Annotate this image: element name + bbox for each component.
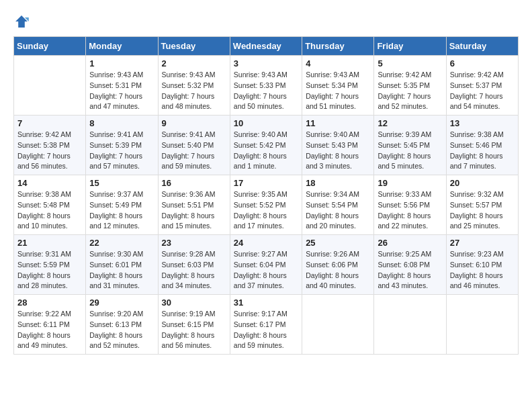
day-number: 10 [234, 118, 298, 128]
calendar-cell: 26Sunrise: 9:25 AMSunset: 6:08 PMDayligh… [374, 235, 446, 295]
day-info: Sunrise: 9:40 AMSunset: 5:43 PMDaylight:… [306, 130, 370, 172]
calendar-cell: 20Sunrise: 9:32 AMSunset: 5:57 PMDayligh… [446, 175, 518, 235]
calendar-week-row: 14Sunrise: 9:38 AMSunset: 5:48 PMDayligh… [14, 175, 519, 235]
day-number: 16 [162, 178, 226, 188]
calendar-cell: 16Sunrise: 9:36 AMSunset: 5:51 PMDayligh… [158, 175, 230, 235]
calendar-cell: 2Sunrise: 9:43 AMSunset: 5:32 PMDaylight… [158, 56, 230, 116]
calendar-cell: 18Sunrise: 9:34 AMSunset: 5:54 PMDayligh… [302, 175, 374, 235]
calendar-cell: 28Sunrise: 9:22 AMSunset: 6:11 PMDayligh… [14, 295, 86, 355]
calendar-cell: 5Sunrise: 9:42 AMSunset: 5:35 PMDaylight… [374, 56, 446, 116]
day-info: Sunrise: 9:19 AMSunset: 6:15 PMDaylight:… [162, 309, 226, 351]
calendar-cell [302, 295, 374, 355]
day-number: 5 [378, 58, 442, 68]
calendar-cell: 7Sunrise: 9:42 AMSunset: 5:38 PMDaylight… [14, 116, 86, 175]
day-info: Sunrise: 9:33 AMSunset: 5:56 PMDaylight:… [378, 189, 442, 232]
calendar-cell: 29Sunrise: 9:20 AMSunset: 6:13 PMDayligh… [86, 295, 158, 355]
calendar-cell [14, 56, 86, 116]
calendar-cell: 17Sunrise: 9:35 AMSunset: 5:52 PMDayligh… [230, 175, 302, 235]
calendar-cell: 12Sunrise: 9:39 AMSunset: 5:45 PMDayligh… [374, 116, 446, 175]
day-number: 13 [450, 118, 515, 128]
calendar-header-row: SundayMondayTuesdayWednesdayThursdayFrid… [14, 37, 519, 56]
day-number: 23 [162, 238, 226, 248]
day-info: Sunrise: 9:37 AMSunset: 5:49 PMDaylight:… [89, 189, 154, 232]
day-info: Sunrise: 9:39 AMSunset: 5:45 PMDaylight:… [378, 130, 442, 172]
day-number: 7 [17, 118, 82, 128]
day-number: 12 [378, 118, 442, 128]
calendar-cell: 22Sunrise: 9:30 AMSunset: 6:01 PMDayligh… [86, 235, 158, 295]
day-number: 3 [234, 58, 298, 68]
day-number: 19 [378, 178, 442, 188]
day-info: Sunrise: 9:20 AMSunset: 6:13 PMDaylight:… [89, 309, 154, 351]
column-header-tuesday: Tuesday [158, 37, 230, 56]
calendar-cell: 23Sunrise: 9:28 AMSunset: 6:03 PMDayligh… [158, 235, 230, 295]
day-number: 26 [378, 238, 442, 248]
day-info: Sunrise: 9:43 AMSunset: 5:32 PMDaylight:… [162, 70, 226, 112]
calendar-cell: 4Sunrise: 9:43 AMSunset: 5:34 PMDaylight… [302, 56, 374, 116]
calendar-week-row: 28Sunrise: 9:22 AMSunset: 6:11 PMDayligh… [14, 295, 519, 355]
calendar-cell: 31Sunrise: 9:17 AMSunset: 6:17 PMDayligh… [230, 295, 302, 355]
calendar-cell: 14Sunrise: 9:38 AMSunset: 5:48 PMDayligh… [14, 175, 86, 235]
day-info: Sunrise: 9:17 AMSunset: 6:17 PMDaylight:… [234, 309, 298, 351]
day-number: 9 [162, 118, 226, 128]
calendar-cell: 9Sunrise: 9:41 AMSunset: 5:40 PMDaylight… [158, 116, 230, 175]
day-number: 24 [234, 238, 298, 248]
calendar-cell: 3Sunrise: 9:43 AMSunset: 5:33 PMDaylight… [230, 56, 302, 116]
day-number: 2 [162, 58, 226, 68]
page-header [13, 13, 519, 30]
day-info: Sunrise: 9:42 AMSunset: 5:35 PMDaylight:… [378, 70, 442, 112]
column-header-sunday: Sunday [14, 37, 86, 56]
day-number: 29 [89, 298, 154, 308]
day-number: 6 [450, 58, 515, 68]
day-number: 22 [89, 238, 154, 248]
day-info: Sunrise: 9:25 AMSunset: 6:08 PMDaylight:… [378, 249, 442, 291]
day-number: 28 [17, 298, 82, 308]
calendar-cell: 24Sunrise: 9:27 AMSunset: 6:04 PMDayligh… [230, 235, 302, 295]
logo-icon [13, 13, 30, 30]
day-info: Sunrise: 9:41 AMSunset: 5:39 PMDaylight:… [89, 130, 154, 172]
calendar-week-row: 7Sunrise: 9:42 AMSunset: 5:38 PMDaylight… [14, 116, 519, 175]
calendar-cell: 15Sunrise: 9:37 AMSunset: 5:49 PMDayligh… [86, 175, 158, 235]
column-header-friday: Friday [374, 37, 446, 56]
day-info: Sunrise: 9:43 AMSunset: 5:34 PMDaylight:… [306, 70, 370, 112]
day-info: Sunrise: 9:42 AMSunset: 5:38 PMDaylight:… [17, 130, 82, 172]
day-number: 31 [234, 298, 298, 308]
calendar-week-row: 21Sunrise: 9:31 AMSunset: 5:59 PMDayligh… [14, 235, 519, 295]
day-info: Sunrise: 9:40 AMSunset: 5:42 PMDaylight:… [234, 130, 298, 172]
day-info: Sunrise: 9:32 AMSunset: 5:57 PMDaylight:… [450, 189, 515, 232]
day-number: 8 [89, 118, 154, 128]
day-number: 4 [306, 58, 370, 68]
day-number: 11 [306, 118, 370, 128]
day-info: Sunrise: 9:41 AMSunset: 5:40 PMDaylight:… [162, 130, 226, 172]
day-number: 17 [234, 178, 298, 188]
day-info: Sunrise: 9:31 AMSunset: 5:59 PMDaylight:… [17, 249, 82, 291]
day-info: Sunrise: 9:27 AMSunset: 6:04 PMDaylight:… [234, 249, 298, 291]
calendar-cell: 1Sunrise: 9:43 AMSunset: 5:31 PMDaylight… [86, 56, 158, 116]
calendar-cell: 30Sunrise: 9:19 AMSunset: 6:15 PMDayligh… [158, 295, 230, 355]
day-number: 18 [306, 178, 370, 188]
calendar-cell: 13Sunrise: 9:38 AMSunset: 5:46 PMDayligh… [446, 116, 518, 175]
calendar-cell: 10Sunrise: 9:40 AMSunset: 5:42 PMDayligh… [230, 116, 302, 175]
logo [13, 13, 32, 30]
day-info: Sunrise: 9:23 AMSunset: 6:10 PMDaylight:… [450, 249, 515, 291]
calendar-cell: 19Sunrise: 9:33 AMSunset: 5:56 PMDayligh… [374, 175, 446, 235]
calendar-cell [446, 295, 518, 355]
calendar-cell: 8Sunrise: 9:41 AMSunset: 5:39 PMDaylight… [86, 116, 158, 175]
calendar-cell: 11Sunrise: 9:40 AMSunset: 5:43 PMDayligh… [302, 116, 374, 175]
column-header-saturday: Saturday [446, 37, 518, 56]
day-info: Sunrise: 9:34 AMSunset: 5:54 PMDaylight:… [306, 189, 370, 232]
column-header-thursday: Thursday [302, 37, 374, 56]
day-info: Sunrise: 9:43 AMSunset: 5:33 PMDaylight:… [234, 70, 298, 112]
column-header-monday: Monday [86, 37, 158, 56]
day-number: 1 [89, 58, 154, 68]
day-number: 30 [162, 298, 226, 308]
calendar-week-row: 1Sunrise: 9:43 AMSunset: 5:31 PMDaylight… [14, 56, 519, 116]
day-number: 14 [17, 178, 82, 188]
day-number: 15 [89, 178, 154, 188]
day-number: 21 [17, 238, 82, 248]
day-info: Sunrise: 9:26 AMSunset: 6:06 PMDaylight:… [306, 249, 370, 291]
day-number: 27 [450, 238, 515, 248]
day-info: Sunrise: 9:38 AMSunset: 5:48 PMDaylight:… [17, 189, 82, 232]
calendar-cell: 27Sunrise: 9:23 AMSunset: 6:10 PMDayligh… [446, 235, 518, 295]
day-info: Sunrise: 9:30 AMSunset: 6:01 PMDaylight:… [89, 249, 154, 291]
day-number: 25 [306, 238, 370, 248]
